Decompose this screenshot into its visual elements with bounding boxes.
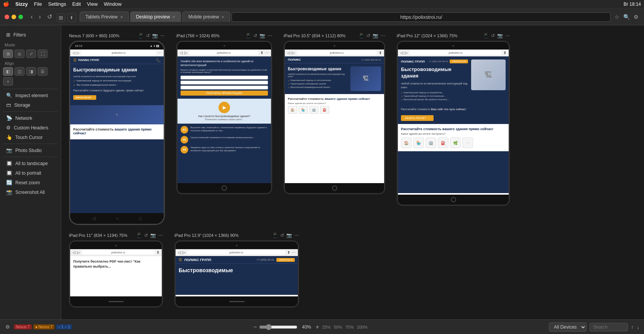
ipad-more-icon[interactable]: ⋯ <box>268 33 272 38</box>
ipad-pro-12-camera-icon[interactable]: 📷 <box>497 33 503 38</box>
window-menu[interactable]: Window <box>104 1 122 7</box>
mode-expand-btn[interactable]: ⤢ <box>26 50 36 58</box>
search-arrow-up-btn[interactable]: ↑ <box>631 324 634 330</box>
sidebar-item-custom-headers[interactable]: ⚙ Custom Headers <box>2 123 59 132</box>
ipad-play-btn[interactable]: ▶ <box>219 102 230 113</box>
ipad-pro-12-9-refresh-icon[interactable]: ↺ <box>280 233 284 238</box>
view-menu[interactable]: View <box>87 1 98 7</box>
ipad-pro-10-back[interactable]: ◁ <box>287 51 290 55</box>
edit-menu[interactable]: Edit <box>72 1 80 7</box>
bottom-settings-btn[interactable]: ⚙ <box>5 323 11 331</box>
maximize-button[interactable] <box>18 15 23 19</box>
search-input[interactable] <box>590 323 628 331</box>
ipad-pro-10-camera-icon[interactable]: 📷 <box>373 33 378 38</box>
ipad-pro-12-cta-btn[interactable]: НАЧАТЬ РАСЧЕТ → <box>401 115 434 121</box>
align-justify-btn[interactable]: ☰ <box>38 67 48 76</box>
ipad-pro-12-device-icon[interactable]: 📱 <box>483 33 489 38</box>
ipad-pro-11-url[interactable]: polixstroi.ru <box>82 250 155 255</box>
ipad-device-icon[interactable]: 📱 <box>245 33 251 38</box>
file-menu[interactable]: File <box>34 1 42 7</box>
ipad-pro-10-screen[interactable]: ◁ ▷ polixstroi.ru ⬆ ПОЛИКС +7 (495) 925-… <box>285 50 384 183</box>
sidebar-filters[interactable]: ⊞ Filters <box>2 30 59 40</box>
ipad-pro-10-home-btn[interactable] <box>332 185 337 191</box>
back-button[interactable]: ‹ <box>29 13 34 21</box>
ipad-more-btn[interactable]: ⋯ <box>265 51 269 55</box>
tab-mobile-preview[interactable]: Mobile preview ✕ <box>182 12 230 22</box>
zoom-50[interactable]: 50% <box>334 325 342 329</box>
ipad-back-btn[interactable]: ◁ <box>180 51 183 55</box>
ipad-pro-12-forward[interactable]: ▷ <box>405 51 408 55</box>
settings-icon[interactable]: ⚙ <box>633 13 639 21</box>
tab-close-tablets[interactable]: ✕ <box>120 15 123 19</box>
ipad-pro-12-9-camera-icon[interactable]: 📷 <box>286 233 292 238</box>
ipad-pro-10-forward[interactable]: ▷ <box>292 51 295 55</box>
nexus7-camera-icon[interactable]: 📷 <box>152 33 158 38</box>
ipad-pro-12-contact-btn[interactable]: СВЯЗАТЬСЯ <box>450 60 468 63</box>
ipad-pro-11-screen[interactable]: ◁ ▷ polixstroi.ru ⬆ Получите бесплатно P… <box>70 249 162 296</box>
ipad-screen[interactable]: ◁ ▷ polixstroi.ru ⬆ ⋯ Узнайте обо всех в <box>177 50 271 183</box>
ipad-pro-11-more-icon[interactable]: ⋯ <box>158 233 163 238</box>
ipad-pro-10-share[interactable]: ⬆ <box>379 51 382 55</box>
app-name[interactable]: Sizzy <box>15 1 28 7</box>
bookmark-icon[interactable]: ☆ <box>614 13 620 21</box>
ipad-pro-11-device-icon[interactable]: 📱 <box>136 233 142 238</box>
align-plus-btn[interactable]: + <box>3 77 13 86</box>
zoom-slider[interactable] <box>259 324 297 330</box>
zoom-minus-btn[interactable]: − <box>253 324 257 331</box>
ipad-home-btn[interactable] <box>222 185 227 191</box>
tab-desktop-preview[interactable]: Desktop preview ✕ <box>130 12 181 22</box>
sidebar-item-all-portrait[interactable]: 🔲 All to portrait <box>2 168 59 178</box>
ipad-forward-btn[interactable]: ▷ <box>184 51 187 55</box>
nexus7-screen[interactable]: ◁ ▷ polixstroi.ru ⋯ ☰ ПОЛИКС ГРУПП 📞 <box>70 50 164 213</box>
search-arrow-down-btn[interactable]: ↓ <box>637 324 639 330</box>
sidebar-item-inspect[interactable]: 🔍 Inspect element <box>2 91 59 100</box>
ipad-pro-12-9-screen[interactable]: ◁ ▷ polixstroi.ru ⬆ ⋯ ☰ ПОЛИКС ГРУПП +7 … <box>176 249 298 296</box>
ipad-form-field-1[interactable] <box>181 76 268 79</box>
ipad-pro-12-refresh-icon[interactable]: ↺ <box>491 33 495 38</box>
tab-tablets-preview[interactable]: Tablets Preview ✕ <box>80 12 129 22</box>
sidebar-item-touch-cursor[interactable]: 👆 Touch Cursor <box>2 132 59 142</box>
settings-menu[interactable]: Settings <box>48 1 66 7</box>
align-right-btn[interactable]: ◨ <box>26 67 36 76</box>
ipad-form-submit[interactable]: ПОЛУЧИТЬ ПРЕЗЕНТАЦИЮ <box>181 91 268 96</box>
tab-close-mobile[interactable]: ✕ <box>221 15 224 19</box>
mode-circle-btn[interactable]: ◎ <box>15 50 25 58</box>
apple-menu[interactable]: 🍎 <box>3 1 9 7</box>
ipad-pro-10-device-icon[interactable]: 📱 <box>358 33 364 38</box>
sidebar-item-screenshot-all[interactable]: 📸 Screenshot All <box>2 187 59 197</box>
device-selector-dropdown[interactable]: All Devices <box>549 322 586 332</box>
zoom-75[interactable]: 75% <box>345 325 354 329</box>
ipad-pro-12-share[interactable]: ⬆ <box>503 51 506 55</box>
sidebar-item-storage[interactable]: 🗃 Storage <box>2 100 59 110</box>
ipad-form-field-2[interactable] <box>181 81 268 84</box>
ipad-refresh-icon[interactable]: ↺ <box>253 33 257 38</box>
nexus7-refresh-icon[interactable]: ↺ <box>146 33 150 38</box>
ipad-pro-12-home-btn[interactable] <box>451 197 456 202</box>
ipad-pro-10-more-icon[interactable]: ⋯ <box>381 33 385 38</box>
align-center-btn[interactable]: ◫ <box>15 67 25 76</box>
ipad-pro-12-9-url[interactable]: polixstroi.ru <box>187 250 286 255</box>
search-icon[interactable]: 🔍 <box>623 13 631 21</box>
minimize-button[interactable] <box>12 15 16 19</box>
ipad-pro-10-url[interactable]: polixstroi.ru <box>296 51 377 55</box>
ipad-pro-10-refresh-icon[interactable]: ↺ <box>366 33 370 38</box>
zoom-25[interactable]: 25% <box>322 325 331 329</box>
sidebar-item-all-landscape[interactable]: 🔲 All to landscape <box>2 159 59 168</box>
tab-close-desktop[interactable]: ✕ <box>172 15 175 19</box>
ipad-pro-12-more-icon[interactable]: ⋯ <box>505 33 510 38</box>
ipad-url[interactable]: polixstroi.ru <box>189 51 259 55</box>
mode-fullscreen-btn[interactable]: ⛶ <box>38 50 48 58</box>
mode-grid-btn[interactable]: ⊞ <box>3 50 13 58</box>
reload-button[interactable]: ↺ <box>46 12 54 21</box>
ipad-pro-12-back[interactable]: ◁ <box>400 51 403 55</box>
sidebar-item-network[interactable]: 📡 Network <box>2 113 59 123</box>
ipad-pro-12-screen[interactable]: ◁ ▷ polixstroi.ru ⬆ ПОЛИКС ГРУПП <box>398 50 509 195</box>
nexus7-more-icon[interactable]: ⋯ <box>160 33 165 38</box>
nexus7-device-icon[interactable]: 📱 <box>138 33 144 38</box>
ipad-pro-11-refresh-icon[interactable]: ↺ <box>144 233 148 238</box>
zoom-100[interactable]: 100% <box>357 325 368 329</box>
ipad-pro-12-9-more-icon[interactable]: ⋯ <box>294 233 299 238</box>
ipad-pro-12-9-device-icon[interactable]: 📱 <box>272 233 278 238</box>
ipad-pro-11-camera-icon[interactable]: 📷 <box>150 233 156 238</box>
address-bar[interactable]: https://polixstroi.ru/ <box>232 12 611 22</box>
